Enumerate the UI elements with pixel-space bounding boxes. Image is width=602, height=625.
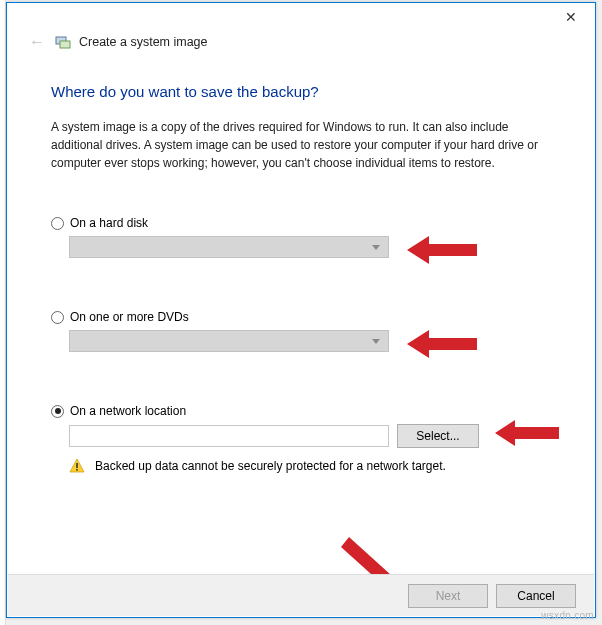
back-icon: ←	[29, 33, 47, 51]
radio-network[interactable]: On a network location	[51, 404, 551, 418]
header-row: ← Create a system image	[7, 31, 595, 61]
svg-rect-7	[76, 469, 78, 471]
radio-label: On a network location	[70, 404, 186, 418]
radio-icon	[51, 217, 64, 230]
close-icon[interactable]: ✕	[551, 6, 591, 28]
network-path-input[interactable]	[69, 425, 389, 447]
svg-rect-6	[76, 463, 78, 468]
annotation-arrow	[407, 234, 477, 266]
radio-dvds[interactable]: On one or more DVDs	[51, 310, 551, 324]
annotation-arrow	[407, 328, 477, 360]
radio-label: On a hard disk	[70, 216, 148, 230]
next-button[interactable]: Next	[408, 584, 488, 608]
svg-rect-1	[60, 41, 70, 48]
warning-icon	[69, 458, 85, 474]
svg-marker-3	[407, 330, 477, 358]
option-hard-disk: On a hard disk	[51, 216, 551, 258]
dvds-combo[interactable]	[69, 330, 389, 352]
radio-hard-disk[interactable]: On a hard disk	[51, 216, 551, 230]
page-heading: Where do you want to save the backup?	[51, 83, 551, 100]
svg-marker-2	[407, 236, 477, 264]
content-area: Where do you want to save the backup? A …	[7, 61, 595, 474]
system-image-icon	[55, 34, 71, 50]
cancel-button[interactable]: Cancel	[496, 584, 576, 608]
hard-disk-combo[interactable]	[69, 236, 389, 258]
warning-text: Backed up data cannot be securely protec…	[95, 459, 446, 473]
titlebar: ✕	[7, 3, 595, 31]
radio-label: On one or more DVDs	[70, 310, 189, 324]
select-button[interactable]: Select...	[397, 424, 479, 448]
radio-icon	[51, 405, 64, 418]
option-network: On a network location Select... Backed u…	[51, 404, 551, 474]
description-text: A system image is a copy of the drives r…	[51, 118, 551, 172]
warning-row: Backed up data cannot be securely protec…	[69, 458, 551, 474]
dialog-window: ✕ ← Create a system image Where do you w…	[6, 2, 596, 618]
option-dvds: On one or more DVDs	[51, 310, 551, 352]
footer: Next Cancel	[8, 574, 594, 616]
window-title: Create a system image	[79, 35, 208, 49]
radio-icon	[51, 311, 64, 324]
watermark: wsxdn.com	[541, 610, 594, 621]
